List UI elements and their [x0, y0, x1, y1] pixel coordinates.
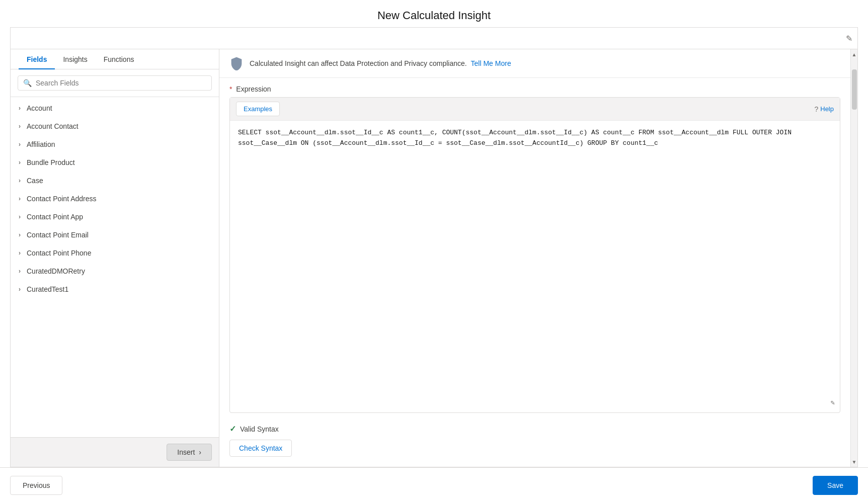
scroll-up-arrow[interactable]: ▲ [851, 49, 858, 59]
expression-label: * Expression [229, 85, 840, 93]
insert-area: Insert › [11, 437, 219, 467]
examples-button[interactable]: Examples [236, 102, 280, 116]
list-item[interactable]: › Account [11, 99, 219, 117]
tabs-bar: Fields Insights Functions [11, 49, 219, 69]
list-item[interactable]: › Contact Point Address [11, 190, 219, 208]
chevron-right-icon: › [19, 105, 21, 112]
expression-editor: Examples ? Help SELECT ssot__Account__dl… [229, 97, 840, 413]
right-scrollbar[interactable]: ▲ ▼ [850, 49, 857, 467]
chevron-right-icon: › [19, 177, 21, 184]
page-header: New Calculated Insight [0, 0, 868, 27]
main-content: Fields Insights Functions 🔍 [10, 49, 858, 467]
arrow-right-icon: › [199, 448, 201, 456]
tell-me-more-link[interactable]: Tell Me More [471, 59, 511, 67]
chevron-right-icon: › [19, 123, 21, 130]
list-item[interactable]: › Contact Point Email [11, 226, 219, 244]
shield-icon [229, 56, 244, 70]
tab-fields[interactable]: Fields [19, 49, 55, 69]
edit-icon: ✎ [831, 397, 835, 408]
info-text: Calculated Insight can affect Data Prote… [250, 59, 511, 67]
chevron-right-icon: › [19, 195, 21, 202]
list-item[interactable]: › Contact Point App [11, 208, 219, 226]
field-list[interactable]: › Account › Account Contact › Affiliatio… [11, 97, 219, 437]
info-banner: Calculated Insight can affect Data Prote… [219, 49, 850, 78]
save-button[interactable]: Save [813, 476, 858, 495]
scroll-track [851, 59, 858, 457]
list-item[interactable]: › Case [11, 172, 219, 190]
edit-icon-top: ✎ [846, 34, 852, 43]
left-panel: Fields Insights Functions 🔍 [11, 49, 219, 467]
right-panel-with-scroll: Calculated Insight can affect Data Prote… [219, 49, 857, 467]
tab-insights[interactable]: Insights [55, 49, 95, 69]
list-item[interactable]: › Contact Point Phone [11, 244, 219, 262]
check-syntax-button[interactable]: Check Syntax [229, 440, 292, 457]
search-container: 🔍 [11, 69, 219, 97]
list-item[interactable]: › CuratedDMORetry [11, 262, 219, 280]
valid-syntax-text: Valid Syntax [240, 425, 279, 433]
list-item[interactable]: › Bundle Product [11, 153, 219, 172]
list-item[interactable]: › Affiliation [11, 135, 219, 153]
chevron-right-icon: › [19, 213, 21, 220]
valid-syntax-row: ✓ Valid Syntax [219, 418, 850, 438]
search-input-wrapper: 🔍 [18, 75, 212, 91]
chevron-right-icon: › [19, 268, 21, 275]
previous-button[interactable]: Previous [10, 476, 62, 495]
top-scroll-area: ✎ [10, 27, 858, 49]
question-icon: ? [814, 105, 818, 113]
scroll-down-arrow[interactable]: ▼ [851, 457, 858, 467]
chevron-right-icon: › [19, 286, 21, 293]
editor-toolbar: Examples ? Help [230, 98, 840, 121]
expression-section: * Expression Examples ? Help [219, 78, 850, 418]
chevron-right-icon: › [19, 159, 21, 166]
page-footer: Previous Save [0, 467, 868, 503]
chevron-right-icon: › [19, 249, 21, 257]
chevron-right-icon: › [19, 231, 21, 238]
scroll-thumb[interactable] [852, 69, 857, 110]
search-input[interactable] [36, 79, 206, 87]
tab-functions[interactable]: Functions [96, 49, 142, 69]
search-icon: 🔍 [23, 79, 32, 87]
right-panel-content: Calculated Insight can affect Data Prote… [219, 49, 850, 467]
field-list-inner: › Account › Account Contact › Affiliatio… [11, 97, 219, 300]
required-star: * [229, 85, 232, 93]
editor-body[interactable]: SELECT ssot__Account__dlm.ssot__Id__c AS… [230, 121, 840, 412]
chevron-right-icon: › [19, 141, 21, 148]
list-item[interactable]: › Account Contact [11, 117, 219, 135]
check-icon: ✓ [229, 424, 236, 434]
check-syntax-area: Check Syntax [219, 438, 850, 467]
insert-button[interactable]: Insert › [167, 444, 212, 461]
help-link[interactable]: ? Help [814, 105, 834, 113]
list-item[interactable]: › CuratedTest1 [11, 280, 219, 298]
page-title: New Calculated Insight [0, 9, 868, 22]
